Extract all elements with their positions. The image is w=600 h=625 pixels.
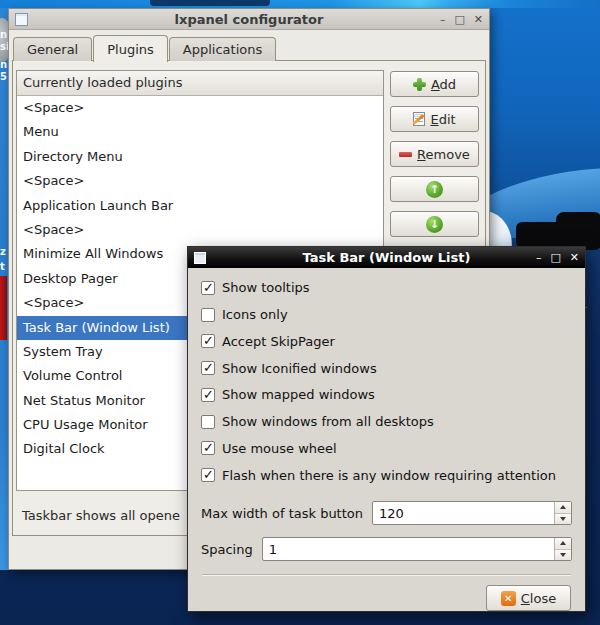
arrow-down-icon: ↓ bbox=[426, 216, 443, 233]
remove-minus-icon bbox=[399, 152, 412, 157]
plugin-actions: Add Edit Remove ↑ ↓ bbox=[390, 71, 479, 237]
spin-down-icon[interactable] bbox=[555, 514, 571, 525]
spacing-value[interactable]: 1 bbox=[263, 542, 554, 557]
checkbox-icon[interactable] bbox=[201, 281, 215, 295]
edge-text-fragment: z bbox=[0, 247, 6, 257]
plugin-list-header[interactable]: Currently loaded plugins bbox=[17, 71, 383, 96]
checkbox-icon[interactable] bbox=[201, 415, 215, 429]
spacing-row: Spacing 1 bbox=[201, 537, 572, 561]
checkbox-accept-skippager[interactable]: Accept SkipPager bbox=[201, 334, 572, 350]
move-up-button[interactable]: ↑ bbox=[390, 176, 479, 202]
background-red-block bbox=[0, 276, 7, 340]
taskbar-settings-dialog: Task Bar (Window List) – □ ✕ Show toolti… bbox=[187, 246, 586, 612]
divider bbox=[202, 574, 571, 576]
tab-general[interactable]: General bbox=[13, 37, 92, 61]
checkbox-show-mapped[interactable]: Show mapped windows bbox=[201, 387, 572, 403]
list-item[interactable]: <Space> bbox=[17, 218, 383, 242]
max-width-value[interactable]: 120 bbox=[373, 506, 554, 521]
checkbox-all-desktops[interactable]: Show windows from all desktops bbox=[201, 414, 572, 430]
checkbox-icons-only[interactable]: Icons only bbox=[201, 307, 572, 323]
edit-button[interactable]: Edit bbox=[390, 106, 479, 132]
list-item[interactable]: Menu bbox=[17, 120, 383, 144]
max-width-row: Max width of task button 120 bbox=[201, 501, 572, 525]
spin-up-icon[interactable] bbox=[555, 502, 571, 514]
dialog-actions: ✕ Close bbox=[201, 585, 572, 611]
dialog-titlebar[interactable]: Task Bar (Window List) – □ ✕ bbox=[188, 247, 585, 268]
edge-text-fragment: t bbox=[0, 262, 5, 272]
list-item[interactable]: Directory Menu bbox=[17, 145, 383, 169]
tab-bar: General Plugins Applications bbox=[13, 33, 277, 61]
checkbox-icon[interactable] bbox=[201, 388, 215, 402]
list-item[interactable]: <Space> bbox=[17, 96, 383, 120]
close-icon[interactable]: ✕ bbox=[570, 252, 579, 263]
list-item[interactable]: Application Launch Bar bbox=[17, 194, 383, 218]
max-width-label: Max width of task button bbox=[201, 506, 363, 521]
checkbox-icon[interactable] bbox=[201, 334, 215, 348]
add-button[interactable]: Add bbox=[390, 71, 479, 97]
edit-pencil-icon bbox=[413, 112, 425, 126]
desktop-logo-shape bbox=[556, 212, 600, 250]
window-menu-icon[interactable] bbox=[15, 13, 28, 26]
checkbox-show-iconified[interactable]: Show Iconified windows bbox=[201, 360, 572, 376]
maximize-icon[interactable]: □ bbox=[550, 252, 560, 263]
close-x-icon: ✕ bbox=[501, 591, 516, 606]
tab-plugins[interactable]: Plugins bbox=[93, 35, 168, 62]
desktop-top-banner bbox=[0, 0, 600, 8]
tab-applications[interactable]: Applications bbox=[169, 37, 276, 61]
checkbox-icon[interactable] bbox=[201, 361, 215, 375]
move-down-button[interactable]: ↓ bbox=[390, 211, 479, 237]
checkbox-icon[interactable] bbox=[201, 308, 215, 322]
window-title: lxpanel configurator bbox=[9, 12, 489, 27]
desktop-left-edge: n si n 5 z t bbox=[0, 8, 8, 570]
plugin-description-text: Taskbar shows all opene bbox=[22, 508, 180, 523]
spin-up-icon[interactable] bbox=[555, 538, 571, 550]
arrow-up-icon: ↑ bbox=[426, 181, 443, 198]
close-button[interactable]: ✕ Close bbox=[486, 585, 571, 611]
maximize-icon[interactable]: □ bbox=[454, 14, 464, 25]
spacing-label: Spacing bbox=[201, 542, 253, 557]
dialog-body: Show tooltips Icons only Accept SkipPage… bbox=[188, 268, 585, 611]
minimize-icon[interactable]: – bbox=[440, 14, 446, 25]
checkbox-icon[interactable] bbox=[201, 468, 215, 482]
edge-text-fragment: 5 bbox=[0, 72, 7, 82]
spacing-spinner[interactable]: 1 bbox=[262, 537, 572, 561]
list-item[interactable]: <Space> bbox=[17, 169, 383, 193]
remove-button[interactable]: Remove bbox=[390, 141, 479, 167]
main-titlebar[interactable]: lxpanel configurator – □ ✕ bbox=[9, 9, 489, 30]
close-icon[interactable]: ✕ bbox=[474, 14, 483, 25]
checkbox-icon[interactable] bbox=[201, 441, 215, 455]
minimize-icon[interactable]: – bbox=[536, 252, 542, 263]
edge-text-fragment: n bbox=[0, 60, 7, 70]
checkbox-show-tooltips[interactable]: Show tooltips bbox=[201, 280, 572, 296]
edge-text-fragment: n bbox=[0, 30, 7, 40]
checkbox-mouse-wheel[interactable]: Use mouse wheel bbox=[201, 441, 572, 457]
max-width-spinner[interactable]: 120 bbox=[372, 501, 572, 525]
dialog-title: Task Bar (Window List) bbox=[188, 250, 585, 265]
spin-down-icon[interactable] bbox=[555, 550, 571, 561]
checkbox-flash-attention[interactable]: Flash when there is any window requiring… bbox=[201, 467, 572, 483]
window-menu-icon[interactable] bbox=[194, 252, 206, 264]
add-plus-icon bbox=[413, 78, 426, 91]
